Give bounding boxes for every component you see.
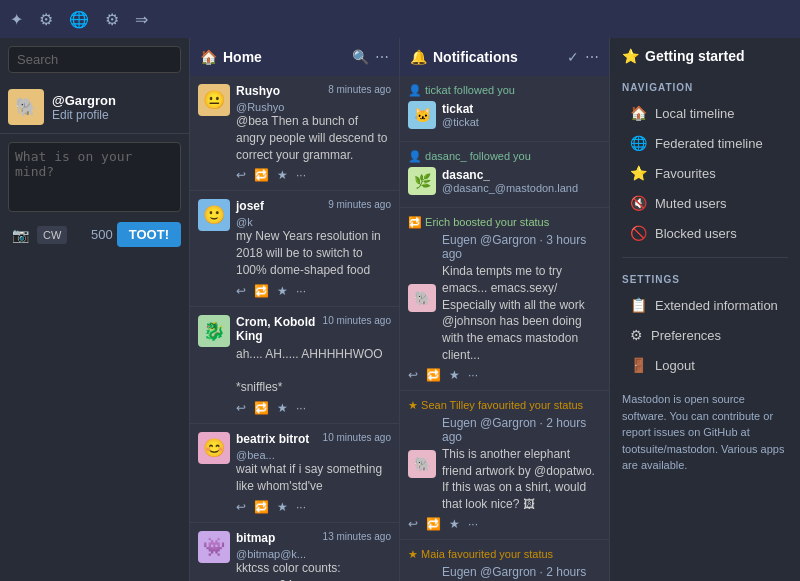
checkmark-icon[interactable]: ✓: [567, 49, 579, 65]
notif-post-body: Eugen @Gargron · 2 hours ago This is ano…: [442, 565, 601, 581]
search-icon[interactable]: 🔍: [352, 49, 369, 65]
post-content: Rushyo 8 minutes ago @Rushyo @bea Then a…: [236, 84, 391, 182]
notif-fav[interactable]: ★: [449, 368, 460, 382]
notif-reply[interactable]: ↩: [408, 368, 418, 382]
boost-button[interactable]: 🔁: [254, 168, 269, 182]
post-item: 🙂 josef 9 minutes ago @k my New Years re…: [190, 191, 399, 306]
notif-poster: Eugen @Gargron · 2 hours ago: [442, 416, 601, 444]
fav-button[interactable]: ★: [277, 401, 288, 415]
more-button[interactable]: ···: [296, 401, 306, 415]
home-header-icons: 🔍 ⋯: [352, 49, 389, 65]
toot-button[interactable]: TOOT!: [117, 222, 181, 247]
post-item: 😊 beatrix bitrot 10 minutes ago @bea... …: [190, 424, 399, 523]
boost-button[interactable]: 🔁: [254, 284, 269, 298]
compose-textarea[interactable]: [8, 142, 181, 212]
post-time: 10 minutes ago: [323, 315, 391, 326]
notifications-title: 🔔 Notifications: [410, 49, 518, 65]
home-feed-scroll[interactable]: 😐 Rushyo 8 minutes ago @Rushyo @bea Then…: [190, 76, 399, 581]
settings-item-label: Logout: [655, 358, 695, 373]
notif-fav[interactable]: ★: [449, 517, 460, 531]
notifications-scroll[interactable]: 👤 tickat followed you 🐱 tickat @tickat 👤…: [400, 76, 609, 581]
settings-item-logout[interactable]: 🚪 Logout: [622, 351, 788, 379]
image-icon[interactable]: 📷: [8, 225, 33, 245]
nav-icon-1[interactable]: ✦: [10, 10, 23, 29]
post-content: Crom, Kobold King 10 minutes ago ah.... …: [236, 315, 391, 415]
notif-avatar: 🐘: [408, 450, 436, 478]
notif-actions: ↩ 🔁 ★ ···: [408, 368, 601, 382]
fav-button[interactable]: ★: [277, 284, 288, 298]
notif-actions: ↩ 🔁 ★ ···: [408, 517, 601, 531]
more-button[interactable]: ···: [296, 284, 306, 298]
notif-reply[interactable]: ↩: [408, 517, 418, 531]
notifications-column: 🔔 Notifications ✓ ⋯ 👤 tickat followed yo…: [400, 38, 610, 581]
notif-avatar: 🌿: [408, 167, 436, 195]
notif-more[interactable]: ···: [468, 368, 478, 382]
nav-icon-5[interactable]: ⇒: [135, 10, 148, 29]
navigation-items: 🏠 Local timeline 🌐 Federated timeline ⭐ …: [622, 99, 788, 249]
notif-user-row: 🌿 dasanc_ @dasanc_@mastodon.land: [408, 167, 601, 195]
search-input[interactable]: [8, 46, 181, 73]
settings-item-extended-information[interactable]: 📋 Extended information: [622, 291, 788, 319]
nav-item-muted-users[interactable]: 🔇 Muted users: [622, 189, 788, 217]
boost-button[interactable]: 🔁: [254, 500, 269, 514]
nav-item-federated-timeline[interactable]: 🌐 Federated timeline: [622, 129, 788, 157]
settings-item-icon: ⚙: [630, 327, 643, 343]
post-text: ah.... AH..... AHHHHHWOO*sniffles*: [236, 346, 391, 396]
getting-started-title: ⭐ Getting started: [622, 48, 788, 64]
notif-poster: Eugen @Gargron · 2 hours ago: [442, 565, 601, 581]
post-avatar: 🐉: [198, 315, 230, 347]
nav-icon-2[interactable]: ⚙: [39, 10, 53, 29]
notif-more[interactable]: ···: [468, 517, 478, 531]
notif-type: 👤 tickat followed you: [408, 84, 601, 97]
post-header: Rushyo 8 minutes ago: [236, 84, 391, 98]
post-time: 9 minutes ago: [328, 199, 391, 210]
reply-button[interactable]: ↩: [236, 168, 246, 182]
settings-item-preferences[interactable]: ⚙ Preferences: [622, 321, 788, 349]
main-area: 🐘 @Gargron Edit profile 📷 CW 500 TOOT! 🏠: [0, 38, 800, 581]
notif-type: 🔁 Erich boosted your status: [408, 216, 601, 229]
nav-item-local-timeline[interactable]: 🏠 Local timeline: [622, 99, 788, 127]
avatar-face: 🐘: [8, 89, 44, 125]
post-header: bitmap 13 minutes ago: [236, 531, 391, 545]
nav-item-favourites[interactable]: ⭐ Favourites: [622, 159, 788, 187]
reply-button[interactable]: ↩: [236, 500, 246, 514]
nav-icon-4[interactable]: ⚙: [105, 10, 119, 29]
getting-started-label: Getting started: [645, 48, 745, 64]
fav-button[interactable]: ★: [277, 500, 288, 514]
avatar-face: 👾: [198, 531, 230, 563]
compose-area: 📷 CW 500 TOOT!: [0, 134, 189, 581]
notification-item: 👤 tickat followed you 🐱 tickat @tickat: [400, 76, 609, 142]
notif-user-row: 🐘 Eugen @Gargron · 2 hours ago This is a…: [408, 565, 601, 581]
nav-item-label: Muted users: [655, 196, 727, 211]
notif-boost[interactable]: 🔁: [426, 368, 441, 382]
reply-button[interactable]: ↩: [236, 401, 246, 415]
notif-user-row: 🐘 Eugen @Gargron · 2 hours ago This is a…: [408, 416, 601, 513]
footer-content: Mastodon is open source software. You ca…: [622, 393, 784, 471]
bell-icon: 🔔: [410, 49, 427, 65]
cw-button[interactable]: CW: [37, 226, 67, 244]
more-button[interactable]: ···: [296, 500, 306, 514]
notif-settings-icon[interactable]: ⋯: [585, 49, 599, 65]
compose-sidebar: 🐘 @Gargron Edit profile 📷 CW 500 TOOT!: [0, 38, 190, 581]
post-handle: @k: [236, 216, 391, 228]
notifications-title-text: Notifications: [433, 49, 518, 65]
settings-items: 📋 Extended information ⚙ Preferences 🚪 L…: [622, 291, 788, 381]
reply-button[interactable]: ↩: [236, 284, 246, 298]
boost-button[interactable]: 🔁: [254, 401, 269, 415]
settings-icon[interactable]: ⋯: [375, 49, 389, 65]
post-avatar: 😊: [198, 432, 230, 464]
notif-type: ★ Sean Tilley favourited your status: [408, 399, 601, 412]
nav-icon-3[interactable]: 🌐: [69, 10, 89, 29]
nav-item-blocked-users[interactable]: 🚫 Blocked users: [622, 219, 788, 247]
fav-button[interactable]: ★: [277, 168, 288, 182]
post-header: josef 9 minutes ago: [236, 199, 391, 213]
post-item: 🐉 Crom, Kobold King 10 minutes ago ah...…: [190, 307, 399, 424]
more-button[interactable]: ···: [296, 168, 306, 182]
notification-item: 👤 dasanc_ followed you 🌿 dasanc_ @dasanc…: [400, 142, 609, 208]
notification-item: ★ Maia favourited your status 🐘 Eugen @G…: [400, 540, 609, 581]
divider: [622, 257, 788, 258]
edit-profile-link[interactable]: Edit profile: [52, 108, 116, 122]
notif-boost[interactable]: 🔁: [426, 517, 441, 531]
post-item: 👾 bitmap 13 minutes ago @bitmap@k... kkt…: [190, 523, 399, 581]
home-feed-column: 🏠 Home 🔍 ⋯ 😐 Rushyo 8 minutes ago @Rushy…: [190, 38, 400, 581]
